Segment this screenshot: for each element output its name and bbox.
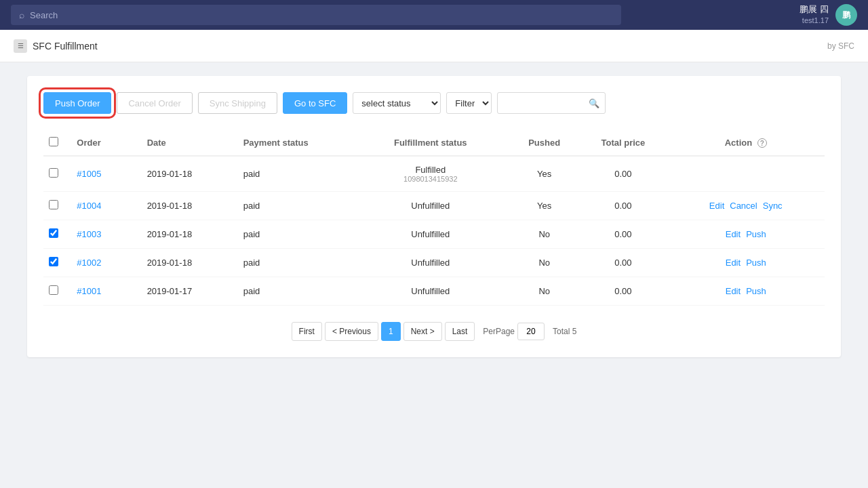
per-page-input[interactable] — [517, 323, 545, 340]
pagination-page-1-button[interactable]: 1 — [381, 322, 401, 341]
content-card: Push Order Cancel Order Sync Shipping Go… — [27, 76, 841, 357]
search-bar[interactable]: ⌕ — [11, 5, 621, 25]
payment-status-1: paid — [238, 192, 352, 220]
user-area: 鹏展 四 test1.17 鹏 — [800, 4, 857, 26]
payment-status-2: paid — [238, 220, 352, 249]
col-header-date: Date — [142, 130, 238, 156]
table-row: #10042019-01-18paidUnfulfilledYes0.00Edi… — [43, 192, 825, 220]
fulfillment-status-2: Unfulfilled — [352, 220, 509, 249]
order-link-3[interactable]: #1002 — [77, 258, 101, 268]
col-header-price: Total price — [579, 130, 667, 156]
order-date-0: 2019-01-18 — [142, 156, 238, 192]
order-link-0[interactable]: #1005 — [77, 169, 101, 179]
search-input[interactable] — [30, 10, 613, 20]
table-row: #10012019-01-17paidUnfulfilledNo0.00Edit… — [43, 277, 825, 306]
per-page-label: PerPage — [483, 327, 515, 336]
order-date-1: 2019-01-18 — [142, 192, 238, 220]
fulfillment-status-1: Unfulfilled — [352, 192, 509, 220]
status-select[interactable]: select status — [353, 92, 441, 114]
app-title-label: SFC Fulfillment — [33, 41, 98, 52]
action-cell-3: EditPush — [667, 249, 825, 277]
col-header-payment: Payment status — [238, 130, 352, 156]
push-order-button[interactable]: Push Order — [43, 92, 111, 114]
action-edit-1[interactable]: Edit — [709, 201, 724, 211]
total-price-0: 0.00 — [579, 156, 667, 192]
app-icon: ☰ — [14, 39, 27, 53]
pagination-previous-button[interactable]: < Previous — [325, 322, 378, 341]
search-icon: ⌕ — [19, 9, 24, 20]
row-checkbox-4[interactable] — [49, 285, 58, 295]
fulfillment-status-3: Unfulfilled — [352, 249, 509, 277]
user-sub: test1.17 — [800, 16, 829, 25]
filter-search-icon: 🔍 — [589, 98, 599, 108]
pushed-status-0: Yes — [509, 156, 579, 192]
pushed-status-1: Yes — [509, 192, 579, 220]
pagination: First < Previous 1 Next > Last PerPage T… — [43, 322, 825, 341]
pagination-first-button[interactable]: First — [292, 322, 322, 341]
action-help-icon[interactable]: ? — [757, 138, 767, 148]
go-to-sfc-button[interactable]: Go to SFC — [283, 92, 347, 114]
filter-search-input[interactable] — [503, 98, 585, 108]
row-checkbox-1[interactable] — [49, 200, 58, 209]
payment-status-4: paid — [238, 277, 352, 306]
cancel-order-button[interactable]: Cancel Order — [117, 92, 192, 114]
action-edit-3[interactable]: Edit — [726, 258, 741, 268]
user-info: 鹏展 四 test1.17 — [800, 4, 829, 25]
pagination-next-button[interactable]: Next > — [403, 322, 442, 341]
fulfillment-status-0: Fulfilled1098013415932 — [352, 156, 509, 192]
row-checkbox-3[interactable] — [49, 257, 58, 266]
toolbar: Push Order Cancel Order Sync Shipping Go… — [43, 92, 825, 114]
col-header-fulfillment: Fulfillment status — [352, 130, 509, 156]
order-link-1[interactable]: #1004 — [77, 201, 101, 211]
per-page-wrap: PerPage — [483, 323, 545, 340]
payment-status-3: paid — [238, 249, 352, 277]
sub-nav: ☰ SFC Fulfillment by SFC — [0, 30, 868, 62]
top-nav: ⌕ 鹏展 四 test1.17 鹏 — [0, 0, 868, 30]
table-row: #10032019-01-18paidUnfulfilledNo0.00Edit… — [43, 220, 825, 249]
action-cell-4: EditPush — [667, 277, 825, 306]
total-price-2: 0.00 — [579, 220, 667, 249]
order-link-4[interactable]: #1001 — [77, 286, 101, 296]
pushed-status-2: No — [509, 220, 579, 249]
fulfillment-status-4: Unfulfilled — [352, 277, 509, 306]
select-all-checkbox[interactable] — [49, 137, 58, 146]
filter-select[interactable]: Filter — [446, 92, 492, 114]
by-sfc-label: by SFC — [827, 41, 854, 51]
col-header-order: Order — [71, 130, 141, 156]
pushed-status-3: No — [509, 249, 579, 277]
user-name: 鹏展 四 — [800, 4, 829, 16]
action-cancel-1[interactable]: Cancel — [730, 201, 757, 211]
app-title: ☰ SFC Fulfillment — [14, 39, 98, 53]
order-date-2: 2019-01-18 — [142, 220, 238, 249]
table-row: #10052019-01-18paidFulfilled109801341593… — [43, 156, 825, 192]
col-header-pushed: Pushed — [509, 130, 579, 156]
sync-shipping-button[interactable]: Sync Shipping — [198, 92, 277, 114]
search-input-wrap[interactable]: 🔍 — [497, 92, 606, 114]
total-price-4: 0.00 — [579, 277, 667, 306]
pagination-last-button[interactable]: Last — [445, 322, 475, 341]
action-cell-2: EditPush — [667, 220, 825, 249]
avatar[interactable]: 鹏 — [835, 4, 857, 26]
order-link-2[interactable]: #1003 — [77, 229, 101, 239]
action-push-3[interactable]: Push — [746, 258, 766, 268]
order-date-3: 2019-01-18 — [142, 249, 238, 277]
row-checkbox-0[interactable] — [49, 168, 58, 178]
total-price-3: 0.00 — [579, 249, 667, 277]
total-text: Total 5 — [553, 327, 576, 336]
action-push-4[interactable]: Push — [746, 286, 766, 296]
action-cell-0 — [667, 156, 825, 192]
orders-table: Order Date Payment status Fulfillment st… — [43, 130, 825, 306]
main-content: Push Order Cancel Order Sync Shipping Go… — [0, 62, 868, 371]
row-checkbox-2[interactable] — [49, 228, 58, 238]
pushed-status-4: No — [509, 277, 579, 306]
action-cell-1: EditCancelSync — [667, 192, 825, 220]
action-push-2[interactable]: Push — [746, 229, 766, 239]
action-edit-4[interactable]: Edit — [726, 286, 741, 296]
col-header-action: Action ? — [667, 130, 825, 156]
action-sync-1[interactable]: Sync — [763, 201, 783, 211]
action-edit-2[interactable]: Edit — [726, 229, 741, 239]
table-row: #10022019-01-18paidUnfulfilledNo0.00Edit… — [43, 249, 825, 277]
order-date-4: 2019-01-17 — [142, 277, 238, 306]
total-price-1: 0.00 — [579, 192, 667, 220]
payment-status-0: paid — [238, 156, 352, 192]
